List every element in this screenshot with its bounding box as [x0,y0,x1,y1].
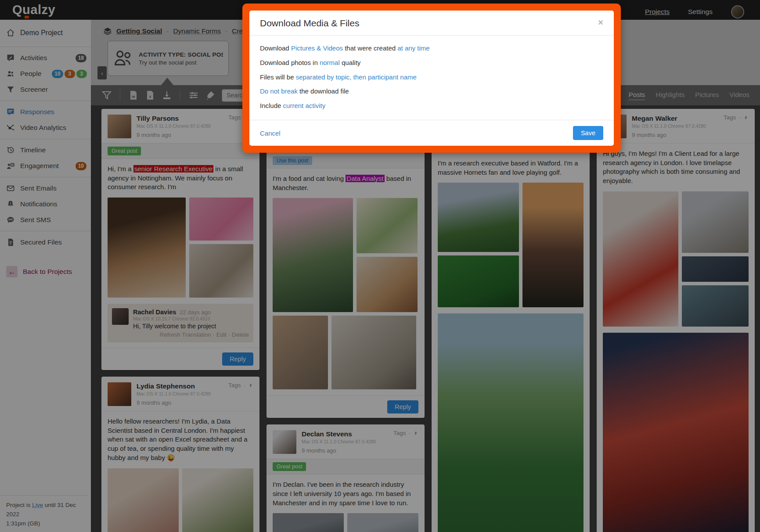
activity-scope-option[interactable]: current activity [283,102,326,109]
modal-title: Download Media & Files [260,18,359,29]
separation-option[interactable]: separated by topic, then participant nam… [296,73,417,81]
download-media-type-line: Download Pictures & Videos that were cre… [260,44,603,53]
download-media-modal: Download Media & Files × Download Pictur… [249,11,614,146]
time-range-option[interactable]: at any time [397,44,429,52]
quality-option[interactable]: normal [320,59,340,66]
close-icon[interactable]: × [598,18,603,27]
cancel-button[interactable]: Cancel [260,129,281,137]
photo-quality-line: Download photos in normal quality [260,59,603,67]
modal-header: Download Media & Files × [249,11,614,36]
modal-body: Download Pictures & Videos that were cre… [249,36,614,116]
save-button[interactable]: Save [573,126,603,140]
modal-footer: Cancel Save [249,120,614,146]
file-separation-line: Files will be separated by topic, then p… [260,73,603,82]
break-file-option[interactable]: Do not break [260,87,298,95]
media-type-option[interactable]: Pictures & Videos [291,44,343,52]
include-activity-line: Include current activity [260,102,603,110]
modal-highlight-frame: Download Media & Files × Download Pictur… [242,4,621,153]
break-file-line: Do not break the download file [260,87,603,96]
